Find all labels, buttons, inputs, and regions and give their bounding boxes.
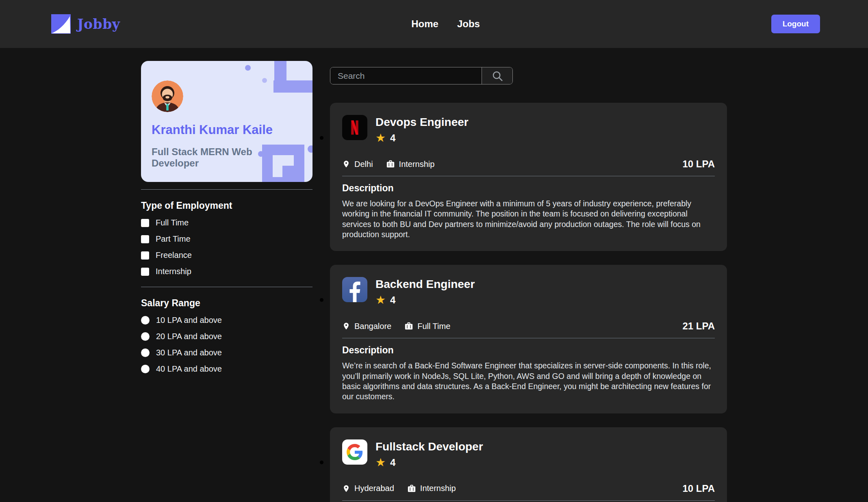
salary-filter-heading: Salary Range xyxy=(141,298,312,309)
sidebar-separator xyxy=(141,189,312,190)
content-area: Kranthi Kumar Kaile Full Stack MERN Web … xyxy=(141,61,727,502)
nav-link-home[interactable]: Home xyxy=(411,18,438,30)
netflix-logo-icon xyxy=(342,115,367,140)
salary-option-10lpa[interactable]: 10 LPA and above xyxy=(141,316,312,325)
checkbox-part-time[interactable] xyxy=(141,235,149,243)
job-employment-type: Internship xyxy=(407,484,456,493)
checkbox-freelance[interactable] xyxy=(141,251,149,260)
facebook-logo-icon xyxy=(342,277,367,302)
profile-name: Kranthi Kumar Kaile xyxy=(152,123,302,137)
job-title: Fullstack Developer xyxy=(375,440,483,453)
main-nav: Home Jobs xyxy=(411,18,480,30)
decorative-dot xyxy=(262,78,267,83)
rating-value: 4 xyxy=(390,457,395,468)
filter-option-freelance[interactable]: Freelance xyxy=(141,251,312,260)
star-icon: ★ xyxy=(375,132,386,144)
job-location: Hyderabad xyxy=(342,484,394,493)
checkbox-internship[interactable] xyxy=(141,268,149,276)
job-package: 21 LPA xyxy=(682,320,715,332)
star-icon: ★ xyxy=(375,457,386,468)
card-separator xyxy=(342,500,715,501)
sidebar-separator xyxy=(141,287,312,287)
salary-option-20lpa[interactable]: 20 LPA and above xyxy=(141,332,312,341)
decorative-shape xyxy=(273,80,312,93)
search-button[interactable] xyxy=(482,67,512,84)
search-input[interactable] xyxy=(330,67,482,84)
briefcase-icon xyxy=(404,322,413,331)
profile-card: Kranthi Kumar Kaile Full Stack MERN Web … xyxy=(141,61,312,182)
decorative-square xyxy=(282,166,294,177)
job-package: 10 LPA xyxy=(682,483,715,494)
description-heading: Description xyxy=(342,183,715,194)
radio-30lpa[interactable] xyxy=(141,348,150,357)
filter-option-part-time[interactable]: Part Time xyxy=(141,234,312,244)
salary-option-30lpa[interactable]: 30 LPA and above xyxy=(141,348,312,357)
salary-option-40lpa[interactable]: 40 LPA and above xyxy=(141,364,312,374)
job-card-backend-engineer[interactable]: Backend Engineer ★ 4 xyxy=(330,265,727,413)
nav-link-jobs[interactable]: Jobs xyxy=(457,18,480,30)
decorative-dot xyxy=(245,65,251,71)
job-title: Backend Engineer xyxy=(375,278,475,291)
sidebar: Kranthi Kumar Kaile Full Stack MERN Web … xyxy=(141,61,312,502)
male-avatar-icon xyxy=(152,80,183,112)
employment-type-filter: Type of Employment Full Time Part Time F… xyxy=(141,200,312,276)
radio-40lpa[interactable] xyxy=(141,365,150,373)
magnifier-icon xyxy=(491,70,503,82)
description-heading: Description xyxy=(342,345,715,356)
salary-range-filter: Salary Range 10 LPA and above 20 LPA and… xyxy=(141,298,312,374)
description-text: We’re in search of a Back-End Software E… xyxy=(342,361,715,402)
briefcase-icon xyxy=(386,160,395,169)
jobs-list: Devops Engineer ★ 4 D xyxy=(330,103,727,502)
card-separator xyxy=(342,338,715,338)
card-separator xyxy=(342,176,715,176)
filter-option-full-time[interactable]: Full Time xyxy=(141,218,312,227)
location-pin-icon xyxy=(342,159,350,169)
jobby-logo-icon xyxy=(51,14,71,34)
jobs-main: Devops Engineer ★ 4 D xyxy=(330,61,727,502)
star-icon: ★ xyxy=(375,294,386,306)
radio-20lpa[interactable] xyxy=(141,332,150,341)
location-pin-icon xyxy=(342,321,350,331)
job-employment-type: Internship xyxy=(386,160,435,169)
rating-value: 4 xyxy=(390,294,395,306)
location-pin-icon xyxy=(342,484,350,493)
job-card-fullstack-developer[interactable]: Fullstack Developer ★ 4 xyxy=(330,427,727,502)
job-title: Devops Engineer xyxy=(375,116,469,129)
logout-button[interactable]: Logout xyxy=(771,15,820,33)
checkbox-full-time[interactable] xyxy=(141,219,149,227)
employment-filter-heading: Type of Employment xyxy=(141,200,312,211)
navbar: Jobby Home Jobs Logout xyxy=(0,0,868,48)
job-card-devops-engineer[interactable]: Devops Engineer ★ 4 D xyxy=(330,103,727,251)
job-employment-type: Full Time xyxy=(404,322,450,331)
decorative-shape xyxy=(274,61,286,80)
brand-name: Jobby xyxy=(77,16,120,32)
briefcase-icon xyxy=(407,484,416,493)
filter-option-internship[interactable]: Internship xyxy=(141,267,312,276)
search-bar xyxy=(330,67,513,84)
decorative-dot xyxy=(308,145,312,153)
google-logo-icon xyxy=(342,439,367,465)
job-location: Delhi xyxy=(342,159,373,169)
job-package: 10 LPA xyxy=(682,158,715,170)
job-location: Bangalore xyxy=(342,321,391,331)
rating-value: 4 xyxy=(390,132,395,144)
radio-10lpa[interactable] xyxy=(141,316,150,325)
brand-home-link[interactable]: Jobby xyxy=(51,14,120,34)
description-text: We are looking for a DevOps Engineer wit… xyxy=(342,199,715,240)
